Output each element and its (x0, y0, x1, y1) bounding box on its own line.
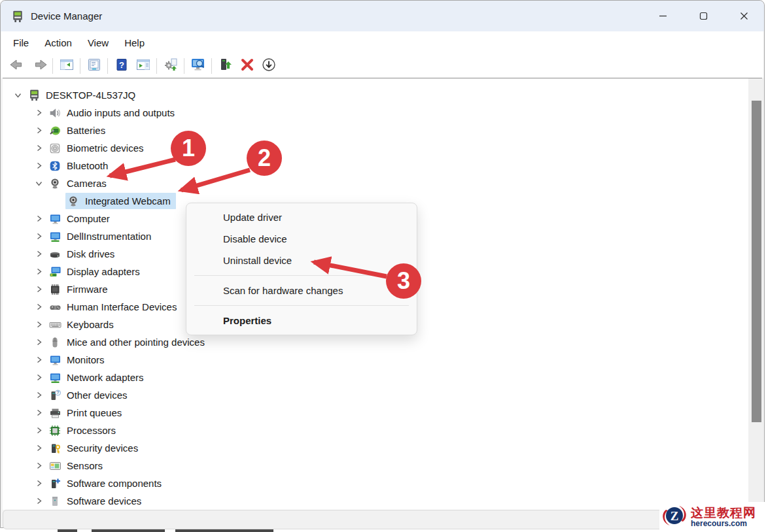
chevron-right-icon[interactable] (30, 245, 47, 263)
forward-arrow-button[interactable] (28, 56, 50, 76)
svg-text:?: ? (56, 390, 59, 395)
tree-item-bluetooth[interactable]: Bluetooth (3, 157, 745, 175)
tree-item-sensors[interactable]: Sensors (3, 457, 745, 474)
chevron-right-icon[interactable] (30, 404, 47, 422)
computer-icon (27, 89, 41, 102)
context-menu-item-update-driver[interactable]: Update driver (186, 207, 417, 228)
chevron-right-icon[interactable] (30, 210, 47, 227)
chevron-right-icon[interactable] (30, 157, 47, 175)
tree-row-core[interactable]: Human Interface Devices (47, 299, 182, 315)
forward-arrow-icon (31, 58, 48, 74)
tree-row-core[interactable]: Monitors (47, 352, 110, 368)
menu-bar: FileActionViewHelp (1, 31, 763, 54)
chevron-right-icon[interactable] (30, 263, 47, 280)
chevron-right-icon[interactable] (30, 280, 47, 298)
processor-chip-icon (48, 424, 61, 437)
context-menu-item-scan-for-hardware-changes[interactable]: Scan for hardware changes (186, 280, 417, 301)
help-button[interactable]: ? (111, 56, 132, 76)
tree-row-core[interactable]: Audio inputs and outputs (47, 105, 180, 121)
update-driver-gear-button[interactable] (160, 56, 181, 76)
selected-row-highlight[interactable]: Integrated Webcam (65, 193, 176, 209)
tree-item-processors[interactable]: Processors (3, 422, 745, 439)
tree-row-core[interactable]: Software components (47, 475, 167, 491)
tree-item-mice-and-other-pointing-devices[interactable]: Mice and other pointing devices (3, 333, 745, 351)
toolbar-separator (80, 58, 80, 74)
scan-hardware-changes-button[interactable] (187, 56, 209, 76)
chevron-down-icon[interactable] (30, 175, 47, 192)
tree-row-core[interactable]: DellInstrumentation (47, 228, 156, 244)
show-console-tree-button[interactable] (56, 56, 77, 76)
tree-row-core[interactable]: Security devices (47, 440, 143, 456)
tree-row-core[interactable]: Computer (47, 210, 115, 227)
chevron-right-icon[interactable] (30, 104, 47, 122)
chevron-right-icon[interactable] (30, 298, 47, 316)
chevron-right-icon[interactable] (30, 369, 47, 386)
tree-item-cameras[interactable]: Cameras (3, 175, 745, 192)
tree-row-core[interactable]: Bluetooth (47, 158, 113, 174)
chevron-right-icon[interactable] (30, 474, 47, 492)
tree-row-core[interactable]: Cameras (47, 175, 112, 191)
tree-item-biometric-devices[interactable]: Biometric devices (3, 139, 745, 157)
chevron-right-icon[interactable] (30, 122, 47, 139)
chevron-right-icon[interactable] (30, 492, 47, 510)
chevron-right-icon[interactable] (30, 333, 47, 351)
menu-file[interactable]: File (5, 35, 37, 51)
tree-row-core[interactable]: ?Other devices (47, 387, 133, 403)
tree-row-core[interactable]: Processors (47, 422, 121, 439)
chevron-down-icon[interactable] (9, 86, 26, 104)
chevron-right-icon[interactable] (30, 351, 47, 369)
chevron-right-icon[interactable] (30, 457, 47, 474)
tree-item-other-devices[interactable]: ?Other devices (3, 386, 745, 404)
properties-button[interactable] (83, 56, 105, 76)
chevron-right-icon[interactable] (30, 422, 47, 439)
maximize-button[interactable] (683, 1, 723, 31)
back-arrow-button[interactable] (7, 56, 28, 76)
tree-item-batteries[interactable]: Batteries (3, 122, 745, 139)
tree-row-core[interactable]: Mice and other pointing devices (47, 334, 210, 350)
tree-row-core[interactable]: Keyboards (47, 316, 119, 333)
toolbar: ? (1, 54, 763, 78)
menu-action[interactable]: Action (37, 35, 80, 51)
horizontal-scrollbar[interactable] (3, 510, 748, 529)
menu-view[interactable]: View (80, 35, 116, 51)
tree-item-desktop-4l537jq[interactable]: DESKTOP-4L537JQ (3, 86, 745, 104)
minimize-button[interactable] (642, 1, 683, 31)
tree-row-core[interactable]: Firmware (47, 281, 113, 297)
context-menu-item-disable-device[interactable]: Disable device (186, 228, 417, 250)
menu-help[interactable]: Help (116, 35, 152, 51)
context-menu-item-uninstall-device[interactable]: Uninstall device (186, 250, 417, 271)
tree-row-core[interactable]: Sensors (47, 457, 108, 474)
action-pane-button[interactable] (132, 56, 154, 76)
chevron-right-icon[interactable] (30, 439, 47, 457)
tree-row-core[interactable]: Disk drives (47, 246, 120, 262)
tree-item-network-adapters[interactable]: Network adapters (3, 369, 745, 386)
tree-item-print-queues[interactable]: Print queues (3, 404, 745, 422)
tree-row-core[interactable]: Software devices (47, 493, 147, 509)
tree-item-monitors[interactable]: Monitors (3, 351, 745, 369)
tree-item-software-components[interactable]: Software components (3, 474, 745, 492)
tree-row-core[interactable]: Biometric devices (47, 140, 149, 156)
update-device-button[interactable] (215, 56, 236, 76)
uninstall-device-icon (240, 58, 254, 75)
tree-row-core[interactable]: Network adapters (47, 369, 149, 386)
disable-device-button[interactable] (258, 56, 279, 76)
network-monitor-icon (48, 230, 61, 243)
vertical-scrollbar[interactable] (748, 78, 764, 510)
context-menu-item-properties[interactable]: Properties (186, 310, 417, 331)
tree-row-core[interactable]: Display adapters (47, 263, 145, 280)
tree-item-software-devices[interactable]: Software devices (3, 492, 745, 510)
gamepad-icon (48, 301, 61, 314)
uninstall-device-button[interactable] (236, 56, 258, 76)
tree-item-audio-inputs-and-outputs[interactable]: Audio inputs and outputs (3, 104, 745, 122)
chevron-right-icon[interactable] (30, 386, 47, 404)
chevron-right-icon[interactable] (30, 227, 47, 245)
tree-row-core[interactable]: DESKTOP-4L537JQ (26, 87, 141, 103)
action-pane-icon (136, 58, 150, 74)
vertical-scrollbar-thumb[interactable] (752, 101, 761, 422)
tree-item-security-devices[interactable]: Security devices (3, 439, 745, 457)
close-button[interactable] (723, 1, 764, 31)
tree-row-core[interactable]: Batteries (47, 122, 111, 139)
tree-row-core[interactable]: Print queues (47, 405, 127, 421)
chevron-right-icon[interactable] (30, 316, 47, 333)
chevron-right-icon[interactable] (30, 139, 47, 157)
